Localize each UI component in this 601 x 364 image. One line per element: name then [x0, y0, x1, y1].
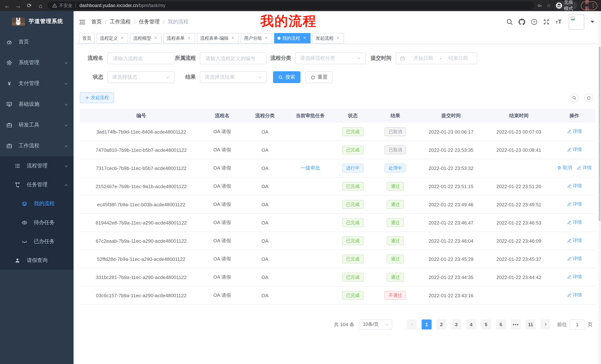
- address-divider: [75, 3, 76, 8]
- home-icon[interactable]: ⌂: [37, 2, 44, 9]
- sidebar-item-8[interactable]: 我的流程: [0, 194, 74, 213]
- detail-action[interactable]: 详情: [567, 201, 582, 207]
- more-pages-button[interactable]: •••: [511, 319, 521, 329]
- reset-button[interactable]: 重置: [305, 71, 333, 83]
- sidebar-item-4[interactable]: 研发工具: [0, 115, 74, 135]
- close-icon[interactable]: ×: [120, 36, 125, 41]
- date-end-placeholder[interactable]: 结束日期: [443, 55, 473, 62]
- sidebar-item-2[interactable]: ¥支付管理: [0, 73, 74, 94]
- page-button-6[interactable]: 6: [496, 319, 506, 329]
- cell-result: 已取消: [373, 141, 418, 159]
- pager: 123456•••11: [402, 319, 551, 329]
- breadcrumb-task[interactable]: 任务管理: [139, 19, 160, 25]
- next-page-button[interactable]: [541, 319, 551, 329]
- close-icon[interactable]: ×: [264, 36, 269, 41]
- font-size-icon[interactable]: TT: [555, 19, 562, 25]
- col-id: 编号: [80, 109, 203, 123]
- category-select[interactable]: 请选择流程分类: [295, 52, 366, 64]
- page-button-2[interactable]: 2: [436, 319, 446, 329]
- detail-action[interactable]: 详情: [567, 183, 582, 189]
- close-icon[interactable]: ×: [230, 36, 235, 41]
- pen-icon: [567, 238, 571, 243]
- security-label[interactable]: 不安全: [59, 2, 72, 9]
- tab-1[interactable]: 流程定义×: [97, 33, 128, 43]
- start-process-button[interactable]: 发起流程: [80, 92, 114, 103]
- page-button-4[interactable]: 4: [466, 319, 476, 329]
- page-size-select[interactable]: 10条/页: [360, 319, 392, 329]
- cell-end-time: 2022-01-22 23:44:42: [485, 268, 553, 286]
- close-icon[interactable]: ×: [186, 36, 192, 41]
- process-definition-field[interactable]: [205, 55, 262, 61]
- sidebar-item-9[interactable]: 待办任务: [0, 213, 74, 232]
- process-name-input[interactable]: [107, 52, 175, 64]
- reload-icon[interactable]: ⟳: [26, 2, 33, 9]
- sidebar-item-6[interactable]: 流程管理: [0, 156, 74, 175]
- process-definition-input[interactable]: [200, 52, 267, 64]
- goto-page-input[interactable]: [570, 319, 585, 329]
- hamburger-icon[interactable]: [79, 19, 85, 25]
- tab-6[interactable]: 我的流程×: [274, 33, 311, 43]
- address-bar[interactable]: 不安全 dashboard.yudao.iocoder.cn /bpm/task…: [48, 1, 534, 10]
- chevron-down-icon[interactable]: [591, 21, 594, 23]
- show-search-button[interactable]: [570, 93, 579, 102]
- result-select[interactable]: 请选择流结果: [200, 71, 267, 83]
- toolbox-icon: [6, 122, 12, 128]
- key-icon[interactable]: [537, 3, 543, 8]
- sidebar-item-1[interactable]: 系统管理: [0, 52, 74, 73]
- sidebar-item-3[interactable]: 基础设施: [0, 94, 74, 115]
- bookmark-star-icon[interactable]: ☆: [546, 3, 551, 8]
- detail-action[interactable]: 详情: [567, 292, 582, 298]
- detail-action[interactable]: 详情: [576, 165, 592, 171]
- sidebar-item-11[interactable]: 请假查询: [0, 251, 74, 270]
- refresh-table-button[interactable]: [584, 93, 593, 102]
- sidebar-item-10[interactable]: 已办任务: [0, 232, 74, 251]
- process-name-field[interactable]: [112, 55, 170, 61]
- avatar[interactable]: [569, 14, 584, 30]
- sidebar-item-5[interactable]: 工作流程: [0, 135, 74, 156]
- detail-action[interactable]: 详情: [567, 219, 582, 226]
- help-icon[interactable]: ?: [531, 19, 538, 25]
- forward-icon[interactable]: →: [15, 2, 21, 9]
- fullscreen-icon[interactable]: [543, 19, 550, 25]
- tab-7[interactable]: 发起流程×: [312, 33, 344, 43]
- detail-action[interactable]: 详情: [567, 274, 582, 280]
- close-icon[interactable]: ×: [153, 36, 158, 41]
- close-icon[interactable]: ×: [335, 36, 341, 41]
- cancel-action[interactable]: 取消: [557, 165, 572, 171]
- breadcrumb-home[interactable]: 首页: [91, 19, 102, 25]
- tab-0[interactable]: 首页: [79, 33, 95, 43]
- status-select[interactable]: 请选择状态: [107, 71, 175, 83]
- logo-row[interactable]: 芋道管理系统: [0, 11, 74, 31]
- browser-menu-icon[interactable]: [593, 3, 594, 8]
- detail-action[interactable]: 详情: [567, 238, 582, 244]
- detail-action[interactable]: 详情: [567, 128, 582, 135]
- page-scrollbar[interactable]: [598, 11, 601, 364]
- date-start-placeholder[interactable]: 开始日期: [408, 55, 439, 62]
- page-button-5[interactable]: 5: [481, 319, 491, 329]
- tab-bar: 首页流程定义×流程模型×流程表单×流程表单-编辑×用户分组×我的流程×发起流程×: [74, 33, 601, 44]
- cell-actions: 详情: [553, 286, 595, 305]
- submit-time-range-picker[interactable]: 开始日期 - 结束日期: [396, 52, 477, 64]
- sidebar-item-0[interactable]: 首页: [0, 31, 74, 52]
- scrollbar-thumb[interactable]: [599, 47, 601, 221]
- sidebar-item-7[interactable]: 任务管理: [0, 175, 74, 194]
- tab-3[interactable]: 流程表单×: [163, 33, 195, 43]
- back-icon[interactable]: ←: [4, 2, 10, 9]
- search-button[interactable]: 搜索: [273, 71, 300, 83]
- tab-4[interactable]: 流程表单-编辑×: [197, 33, 239, 43]
- close-icon[interactable]: ×: [302, 36, 307, 41]
- tab-5[interactable]: 用户分组×: [241, 33, 272, 43]
- update-button[interactable]: 更新: [581, 1, 597, 10]
- page-button-1[interactable]: 1: [421, 319, 432, 329]
- github-icon[interactable]: [519, 19, 525, 25]
- detail-action[interactable]: 详情: [567, 147, 582, 153]
- page-button-3[interactable]: 3: [451, 319, 461, 329]
- page-button-11[interactable]: 11: [526, 319, 536, 329]
- prev-page-button[interactable]: [407, 319, 417, 329]
- breadcrumb-workflow[interactable]: 工作流程: [110, 19, 131, 25]
- tab-2[interactable]: 流程模型×: [130, 33, 161, 43]
- cell-status: 已完成: [332, 286, 373, 305]
- task-link[interactable]: 一级审批: [301, 165, 320, 171]
- search-icon[interactable]: [506, 19, 513, 25]
- detail-action[interactable]: 详情: [567, 256, 582, 262]
